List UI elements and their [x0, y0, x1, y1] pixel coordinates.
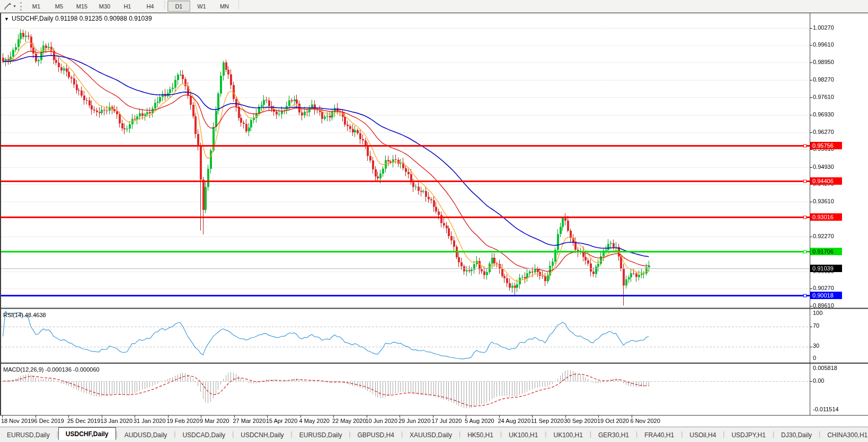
rsi-tick-label: 0: [813, 355, 816, 361]
chart-canvas[interactable]: [0, 0, 868, 442]
hline-price-badge: 0.95756: [810, 142, 842, 149]
toolbar-separator: [238, 1, 239, 9]
date-axis-label: 17 Jul 2020: [432, 418, 462, 424]
current-price-badge: 0.91039: [810, 265, 842, 272]
price-tick-label: 0.99610: [813, 41, 834, 48]
timeframe-button-h1[interactable]: H1: [116, 1, 139, 12]
date-axis-label: 29 Jun 2020: [398, 418, 431, 424]
chart-tab-usdjpy-h1[interactable]: USDJPY,H1: [724, 430, 772, 440]
chart-tab-usdchf-daily[interactable]: USDCHF,Daily: [58, 427, 116, 440]
date-axis-label: 24 Aug 2020: [498, 418, 531, 424]
chart-tab-bar: EURUSD,Daily|USDCHF,Daily|AUDUSD,Daily|U…: [0, 427, 868, 440]
price-tick-label: 0.97610: [813, 94, 834, 100]
rsi-tick-label: 100: [813, 310, 822, 316]
date-axis-label: 5 Aug 2020: [465, 418, 494, 424]
date-axis-label: 19 Feb 2020: [167, 418, 200, 424]
price-tick-label: 0.96930: [813, 111, 834, 118]
date-axis-label: 19 Oct 2020: [597, 418, 629, 424]
hline-price-badge: 0.90018: [810, 292, 842, 299]
timeframe-button-h4[interactable]: H4: [139, 1, 162, 12]
price-tick-label: 0.89610: [813, 302, 834, 309]
date-axis-label: 4 May 2020: [299, 418, 330, 424]
chart-tab-china300-h1[interactable]: CHINA300,H1: [820, 430, 868, 440]
timeframe-button-m30[interactable]: M30: [93, 1, 116, 12]
macd-indicator-label: MACD(12,26,9) -0.000136 -0.000060: [3, 366, 100, 373]
hline-price-badge: 0.94406: [810, 177, 842, 185]
date-axis-label: 30 Sep 2020: [564, 418, 597, 424]
rsi-tick-label: 30: [813, 342, 819, 349]
price-tick-label: 0.96270: [813, 129, 834, 135]
price-tick-label: 0.98270: [813, 76, 834, 83]
chart-tab-usoil-h4[interactable]: USOil,H4: [683, 430, 723, 440]
price-tick-label: 0.90270: [813, 285, 834, 291]
chart-collapse-icon[interactable]: ▼: [4, 16, 9, 22]
mt4-terminal: { "icons": { "chart_marker": "▼", "toolb…: [0, 0, 868, 442]
chart-tab-usdcnh-daily[interactable]: USDCNH,Daily: [234, 430, 290, 440]
hline-price-badge: 0.91706: [810, 248, 842, 255]
chart-title: ▼USDCHF,Daily 0.91198 0.91235 0.90988 0.…: [4, 15, 152, 22]
chart-tab-gbpusd-h4[interactable]: GBPUSD,H4: [351, 430, 401, 440]
date-axis-label: 6 Nov 2020: [631, 418, 660, 424]
timeframe-button-mn[interactable]: MN: [213, 1, 236, 12]
chart-tab-usdcad-daily[interactable]: USDCAD,Daily: [175, 430, 232, 440]
chart-tab-uk100-h1[interactable]: UK100,H1: [546, 430, 589, 440]
chart-tab-dj30-daily[interactable]: DJ30,Daily: [774, 430, 819, 440]
price-tick-label: 0.98950: [813, 59, 834, 65]
chart-tab-uk100-h1[interactable]: UK100,H1: [502, 430, 545, 440]
chart-tab-fra40-h1[interactable]: FRA40,H1: [637, 430, 681, 440]
chart-tab-eurusd-daily[interactable]: EURUSD,Daily: [293, 430, 349, 440]
timeframe-button-w1[interactable]: W1: [190, 1, 213, 12]
chart-tab-ger30-h1[interactable]: GER30,H1: [591, 430, 636, 440]
timeframe-button-m5[interactable]: M5: [48, 1, 70, 12]
timeframe-toolbar: ▼ M1M5M15M30H1H4D1W1MN: [0, 0, 868, 13]
date-axis-label: 27 Mar 2020: [233, 418, 266, 424]
date-axis-label: 6 Dec 2019: [34, 418, 64, 424]
chart-tab-hk50-h1[interactable]: HK50,H1: [460, 430, 500, 440]
trendline-tool-icon[interactable]: [2, 2, 13, 11]
toolbar-separator: [164, 1, 165, 9]
date-axis-label: 11 Sep 2020: [531, 418, 564, 424]
timeframe-buttons: M1M5M15M30H1H4D1W1MN: [25, 1, 242, 12]
trendline-dropdown-icon[interactable]: ▼: [13, 4, 16, 8]
chart-tab-audusd-daily[interactable]: AUDUSD,Daily: [118, 430, 174, 440]
price-tick-label: 0.93610: [813, 198, 834, 204]
status-strip: [0, 440, 868, 442]
macd-tick-label: 0.005818: [813, 365, 837, 371]
date-axis-label: 9 Mar 2020: [200, 418, 229, 424]
date-axis-label: 15 Apr 2020: [266, 418, 297, 424]
timeframe-button-m1[interactable]: M1: [25, 1, 48, 12]
chart-title-text: USDCHF,Daily 0.91198 0.91235 0.90988 0.9…: [12, 15, 152, 22]
rsi-tick-label: 70: [813, 322, 819, 329]
price-tick-label: 0.94930: [813, 164, 834, 170]
macd-tick-label: 0.00: [813, 377, 824, 384]
timeframe-button-d1[interactable]: D1: [167, 1, 190, 12]
hline-price-badge: 0.93016: [810, 213, 842, 221]
toolbar-drag-handle[interactable]: [20, 2, 22, 11]
chart-tab-eurusd-daily[interactable]: EURUSD,Daily: [0, 430, 57, 440]
macd-tick-label: -0.011514: [813, 406, 839, 412]
price-tick-label: 0.92270: [813, 233, 834, 239]
rsi-indicator-label: RSI(14) 48.4638: [3, 312, 46, 318]
date-axis-label: 13 Jan 2020: [101, 418, 133, 424]
date-axis-label: 31 Jan 2020: [134, 418, 166, 424]
date-axis-label: 10 Jun 2020: [366, 418, 398, 424]
date-axis-label: 22 May 2020: [332, 418, 366, 424]
date-axis-label: 25 Dec 2019: [67, 418, 100, 424]
date-axis-label: 18 Nov 2019: [1, 418, 34, 424]
timeframe-button-m15[interactable]: M15: [70, 1, 93, 12]
chart-tab-xauusd-daily[interactable]: XAUUSD,Daily: [403, 430, 459, 440]
price-tick-label: 1.00270: [813, 24, 834, 31]
